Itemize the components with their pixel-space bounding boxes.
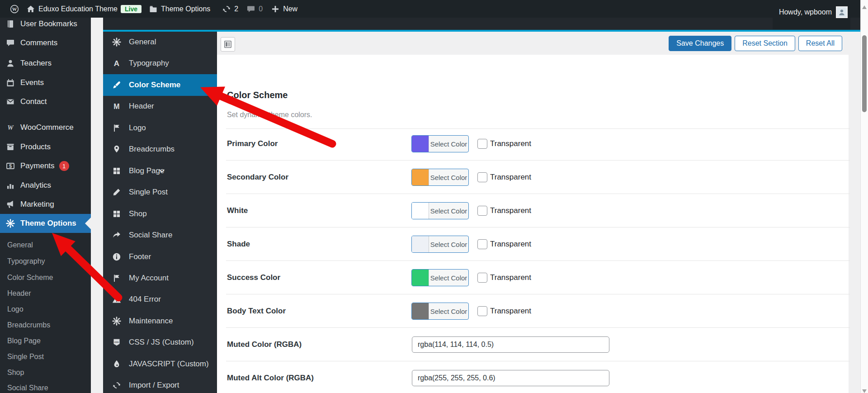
panel-item-javascript-custom-[interactable]: JAVASCRIPT (Custom): [103, 353, 217, 375]
content-area: Save Changes Reset Section Reset All Col…: [217, 32, 860, 393]
sidebar-subitem-typography[interactable]: Typography: [0, 254, 91, 269]
transparent-checkbox[interactable]: [477, 273, 487, 283]
theme-options-adminbar-item[interactable]: Theme Options: [149, 5, 210, 14]
sidebar-item-teachers[interactable]: Teachers: [0, 54, 91, 73]
panel-item-shop[interactable]: Shop: [103, 203, 217, 225]
color-picker-button[interactable]: Select Color: [411, 202, 469, 219]
comments-menu[interactable]: 0: [246, 5, 263, 14]
panel-item-maintenance[interactable]: Maintenance: [103, 310, 217, 332]
color-picker-button[interactable]: Select Color: [411, 135, 469, 152]
sidebar-subitem-label: Breadcrumbs: [7, 321, 50, 329]
sidebar-item-analytics[interactable]: Analytics: [0, 176, 91, 195]
sidebar-item-label: Events: [20, 78, 44, 87]
home-icon: [26, 5, 35, 14]
panel-item-logo[interactable]: Logo: [103, 117, 217, 139]
panel-item-breadcrumbs[interactable]: Breadcrumbs: [103, 138, 217, 160]
transparent-checkbox[interactable]: [477, 306, 487, 316]
reset-section-button[interactable]: Reset Section: [735, 36, 795, 51]
panel-item-blog-page[interactable]: Blog Page: [103, 160, 217, 182]
sidebar-subitem-shop[interactable]: Shop: [0, 365, 91, 380]
sidebar-item-woocommerce[interactable]: WWooCommerce: [0, 118, 91, 137]
sidebar-subitem-logo[interactable]: Logo: [0, 302, 91, 317]
wordpress-logo-icon: W: [10, 5, 19, 14]
panel-item-404-error[interactable]: 404 Error: [103, 289, 217, 310]
sidebar-subitem-blog-page[interactable]: Blog Page: [0, 333, 91, 349]
map-pin-icon: [112, 145, 121, 154]
sidebar-item-label: Marketing: [20, 200, 54, 209]
sidebar-subitem-single-post[interactable]: Single Post: [0, 349, 91, 365]
setting-label: White: [227, 206, 248, 215]
sidebar-item-products[interactable]: Products: [0, 137, 91, 156]
svg-text:W: W: [7, 124, 14, 131]
panel-item-label: Shop: [129, 209, 147, 218]
setting-label: Body Text Color: [227, 307, 286, 316]
select-color-label: Select Color: [429, 136, 468, 152]
layout-toggle-button[interactable]: [221, 37, 235, 52]
account-menu[interactable]: Howdy, wpboom: [773, 0, 850, 29]
site-menu[interactable]: Eduxo Education Theme Live: [26, 5, 142, 14]
panel-item-label: Logo: [129, 123, 146, 133]
color-picker-button[interactable]: Select Color: [411, 169, 469, 186]
panel-item-single-post[interactable]: Single Post: [103, 181, 217, 203]
panel-item-css-js-custom-[interactable]: cssCSS / JS (Custom): [103, 331, 217, 353]
save-changes-button[interactable]: Save Changes: [669, 36, 731, 51]
transparent-checkbox[interactable]: [477, 239, 487, 249]
sidebar-subitem-color-scheme[interactable]: Color Scheme: [0, 270, 91, 285]
rgba-input[interactable]: [412, 336, 609, 353]
select-color-label: Select Color: [429, 236, 468, 252]
color-swatch: [412, 169, 429, 185]
update-icon: [222, 5, 231, 14]
sidebar-item-label: Teachers: [20, 59, 52, 68]
panel-item-my-account[interactable]: My Account: [103, 267, 217, 289]
sidebar-item-payments[interactable]: $Payments1: [0, 156, 91, 175]
transparent-label: Transparent: [490, 206, 531, 215]
chevron-down-icon: [112, 167, 212, 175]
transparent-checkbox[interactable]: [477, 206, 487, 216]
color-picker-button[interactable]: Select Color: [411, 303, 469, 320]
panel-item-color-scheme[interactable]: Color Scheme: [103, 74, 217, 96]
updates-menu[interactable]: 2: [222, 5, 238, 14]
new-menu[interactable]: New: [271, 5, 297, 14]
panel-item-label: Import / Export: [129, 381, 179, 390]
panel-item-label: Single Post: [129, 188, 168, 197]
sidebar-item-events[interactable]: Events: [0, 73, 91, 92]
sidebar-subitem-header[interactable]: Header: [0, 286, 91, 301]
page-scrollbar[interactable]: [860, 0, 868, 393]
setting-row-muted-color-rgba-: Muted Color (RGBA): [217, 328, 860, 361]
setting-label: Shade: [227, 240, 250, 249]
color-picker-button[interactable]: Select Color: [411, 269, 469, 286]
scroll-up-icon[interactable]: [862, 3, 867, 6]
sidebar-item-marketing[interactable]: Marketing: [0, 195, 91, 214]
transparent-checkbox[interactable]: [477, 139, 487, 149]
panel-item-label: Typography: [129, 59, 169, 68]
transparent-checkbox[interactable]: [477, 172, 487, 182]
sidebar-subitem-social-share[interactable]: Social Share: [0, 380, 91, 393]
comments-count: 0: [259, 5, 263, 13]
panel-item-label: JAVASCRIPT (Custom): [129, 360, 209, 369]
sidebar-subitem-general[interactable]: General: [0, 237, 91, 253]
sidebar-subitem-breadcrumbs[interactable]: Breadcrumbs: [0, 317, 91, 333]
scroll-down-icon[interactable]: [862, 387, 867, 390]
panel-item-social-share[interactable]: Social Share: [103, 224, 217, 246]
rgba-input[interactable]: [412, 370, 609, 386]
sidebar-subitem-label: Typography: [7, 257, 45, 265]
active-menu-notch: [85, 218, 91, 229]
scrollbar-thumb[interactable]: [862, 35, 867, 112]
panel-item-general[interactable]: General: [103, 31, 217, 53]
sidebar-item-theme-options[interactable]: Theme Options: [0, 214, 91, 233]
sidebar-item-label: User Bookmarks: [20, 19, 77, 28]
panel-item-footer[interactable]: Footer: [103, 246, 217, 268]
sidebar-item-contact[interactable]: Contact: [0, 92, 91, 111]
theme-options-panel: GeneralATypographyColor SchemeMHeaderLog…: [103, 32, 217, 393]
panel-item-typography[interactable]: ATypography: [103, 52, 217, 74]
sidebar-subitem-label: Shop: [7, 369, 24, 377]
setting-row-secondary-color: Secondary Color Select Color Transparent: [217, 161, 860, 194]
color-picker-button[interactable]: Select Color: [411, 236, 469, 253]
reset-all-button[interactable]: Reset All: [798, 36, 842, 51]
section-title: Color Scheme: [227, 90, 288, 100]
panel-item-import-export[interactable]: Import / Export: [103, 374, 217, 393]
pencil-icon: [112, 188, 121, 197]
panel-item-header[interactable]: MHeader: [103, 95, 217, 117]
sidebar-item-comments[interactable]: Comments: [0, 33, 91, 52]
wp-logo-menu[interactable]: W: [10, 5, 19, 14]
